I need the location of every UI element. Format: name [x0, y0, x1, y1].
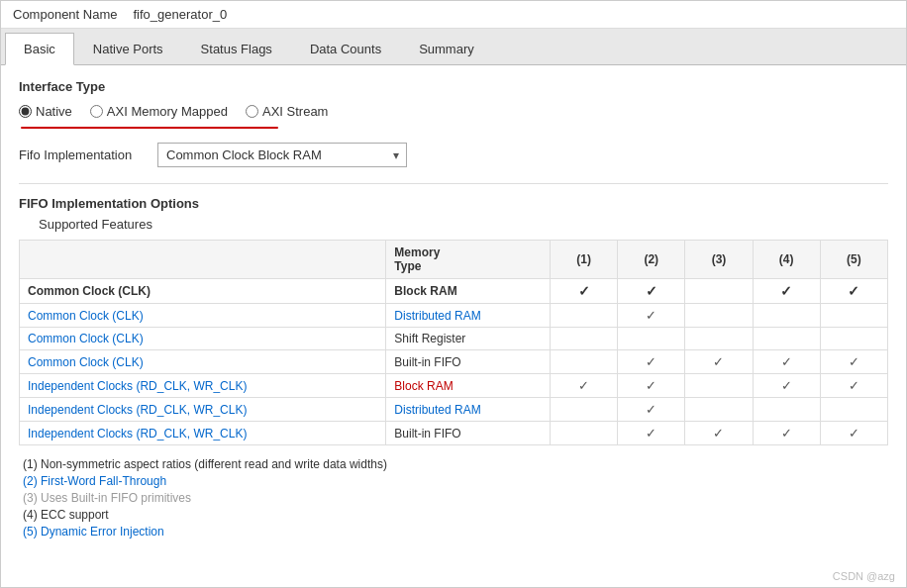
tab-native-ports[interactable]: Native Ports: [74, 33, 182, 64]
col-header-name: [20, 241, 386, 279]
tab-basic[interactable]: Basic: [5, 33, 74, 65]
check-cell: [820, 304, 887, 328]
memory-type-cell: Block RAM: [386, 374, 551, 398]
radio-axi-mm-input[interactable]: [90, 105, 103, 118]
check-cell: [618, 328, 685, 350]
check-cell: ✓: [618, 350, 685, 374]
check-cell: ✓: [618, 398, 685, 422]
component-name-label: Component Name: [13, 7, 118, 22]
memory-type-cell: Built-in FIFO: [386, 350, 551, 374]
col-header-4: (4): [753, 241, 820, 279]
check-cell: [753, 398, 820, 422]
note-3: (3) Uses Built-in FIFO primitives: [23, 491, 888, 505]
note-5: (5) Dynamic Error Injection: [23, 525, 888, 539]
radio-axi-mm-label: AXI Memory Mapped: [107, 104, 228, 119]
fifo-impl-select-wrapper: Common Clock Block RAM Common Clock Dist…: [157, 143, 407, 167]
check-cell: ✓: [618, 374, 685, 398]
radio-native-label: Native: [36, 104, 72, 119]
row-label: Independent Clocks (RD_CLK, WR_CLK): [20, 398, 386, 422]
check-cell: ✓: [550, 374, 617, 398]
row-label: Independent Clocks (RD_CLK, WR_CLK): [20, 422, 386, 445]
check-cell: [685, 398, 753, 422]
check-cell: ✓: [618, 279, 685, 304]
fifo-options-title: FIFO Implementation Options: [19, 196, 888, 211]
table-row: Independent Clocks (RD_CLK, WR_CLK) Bloc…: [20, 374, 888, 398]
check-cell: [550, 328, 617, 350]
table-row: Common Clock (CLK) Built-in FIFO ✓ ✓ ✓ ✓: [20, 350, 888, 374]
check-cell: ✓: [685, 422, 753, 445]
interface-type-title: Interface Type: [19, 79, 888, 94]
supported-features-label: Supported Features: [19, 217, 888, 232]
check-cell: ✓: [753, 374, 820, 398]
tab-status-flags[interactable]: Status Flags: [182, 33, 291, 64]
check-cell: [820, 398, 887, 422]
check-cell: [550, 422, 617, 445]
check-cell: ✓: [618, 304, 685, 328]
tab-bar: Basic Native Ports Status Flags Data Cou…: [1, 29, 906, 65]
check-cell: [753, 328, 820, 350]
check-cell: [820, 328, 887, 350]
col-header-memory: MemoryType: [386, 241, 551, 279]
note-2-link[interactable]: (2) First-Word Fall-Through: [23, 474, 166, 488]
radio-native[interactable]: Native: [19, 104, 72, 119]
check-cell: ✓: [753, 422, 820, 445]
row-label: Common Clock (CLK): [20, 304, 386, 328]
check-cell: ✓: [820, 374, 887, 398]
row-label: Common Clock (CLK): [20, 279, 386, 304]
check-cell: ✓: [753, 279, 820, 304]
col-header-5: (5): [820, 241, 887, 279]
component-name-value: fifo_generator_0: [134, 7, 228, 22]
radio-axi-memory-mapped[interactable]: AXI Memory Mapped: [90, 104, 228, 119]
check-cell: [685, 304, 753, 328]
notes-section: (1) Non-symmetric aspect ratios (differe…: [19, 457, 888, 539]
check-cell: [550, 350, 617, 374]
check-cell: [685, 328, 753, 350]
col-header-3: (3): [685, 241, 753, 279]
radio-axi-stream-input[interactable]: [246, 105, 258, 118]
table-row: Independent Clocks (RD_CLK, WR_CLK) Buil…: [20, 422, 888, 445]
tab-data-counts[interactable]: Data Counts: [291, 33, 400, 64]
radio-axi-stream-label: AXI Stream: [262, 104, 328, 119]
table-row: Common Clock (CLK) Block RAM ✓ ✓ ✓ ✓: [20, 279, 888, 304]
note-1: (1) Non-symmetric aspect ratios (differe…: [23, 457, 888, 471]
col-header-1: (1): [550, 241, 617, 279]
table-row: Common Clock (CLK) Distributed RAM ✓: [20, 304, 888, 328]
check-cell: [685, 279, 753, 304]
check-cell: ✓: [753, 350, 820, 374]
radio-axi-stream[interactable]: AXI Stream: [246, 104, 328, 119]
memory-type-cell: Shift Register: [386, 328, 551, 350]
row-label: Common Clock (CLK): [20, 350, 386, 374]
divider: [19, 183, 888, 184]
fifo-impl-select[interactable]: Common Clock Block RAM Common Clock Dist…: [157, 143, 407, 167]
table-row: Common Clock (CLK) Shift Register: [20, 328, 888, 350]
underline-decoration: [21, 127, 278, 129]
note-2: (2) First-Word Fall-Through: [23, 474, 888, 488]
check-cell: [685, 374, 753, 398]
row-label: Independent Clocks (RD_CLK, WR_CLK): [20, 374, 386, 398]
col-header-2: (2): [618, 241, 685, 279]
fifo-impl-label: Fifo Implementation: [19, 147, 148, 162]
check-cell: ✓: [820, 422, 887, 445]
check-cell: ✓: [550, 279, 617, 304]
check-cell: ✓: [820, 279, 887, 304]
features-table: MemoryType (1) (2) (3) (4) (5) Common Cl…: [19, 240, 888, 445]
row-label: Common Clock (CLK): [20, 328, 386, 350]
memory-type-cell: Distributed RAM: [386, 398, 551, 422]
memory-type-cell: Built-in FIFO: [386, 422, 551, 445]
watermark: CSDN @azg: [833, 570, 895, 582]
check-cell: ✓: [820, 350, 887, 374]
check-cell: [550, 398, 617, 422]
check-cell: ✓: [618, 422, 685, 445]
check-cell: ✓: [685, 350, 753, 374]
memory-type-cell: Distributed RAM: [386, 304, 551, 328]
tab-summary[interactable]: Summary: [400, 33, 493, 64]
radio-native-input[interactable]: [19, 105, 32, 118]
note-4: (4) ECC support: [23, 508, 888, 522]
memory-type-cell: Block RAM: [386, 279, 551, 304]
note-5-link[interactable]: (5) Dynamic Error Injection: [23, 525, 164, 539]
check-cell: [753, 304, 820, 328]
check-cell: [550, 304, 617, 328]
interface-type-radio-group: Native AXI Memory Mapped AXI Stream: [19, 104, 888, 119]
table-row: Independent Clocks (RD_CLK, WR_CLK) Dist…: [20, 398, 888, 422]
